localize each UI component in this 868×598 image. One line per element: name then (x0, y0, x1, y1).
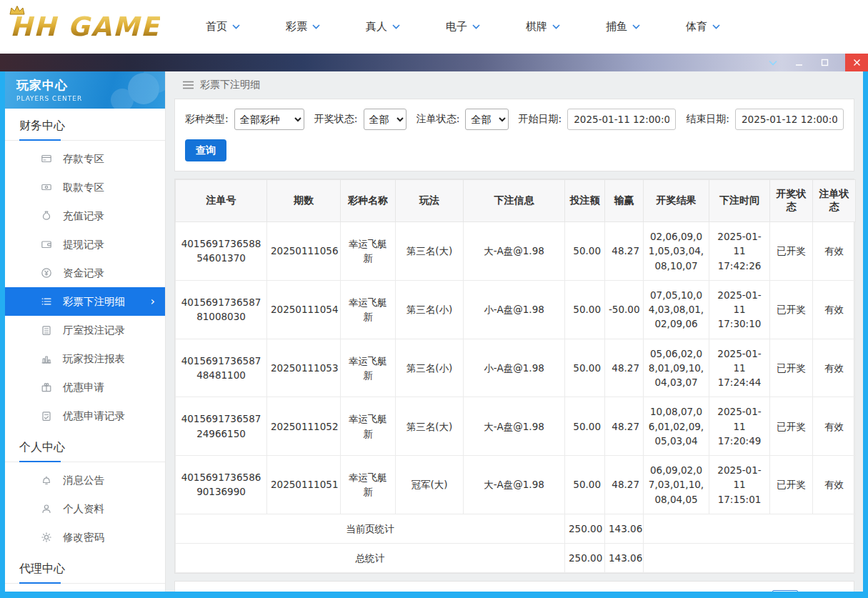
lottery-type-select[interactable]: 全部彩种 (234, 109, 304, 130)
window-minimize-button[interactable] (791, 54, 807, 71)
withdraw-icon (41, 181, 52, 193)
summary-empty-cell (644, 514, 856, 543)
content-area: 玩家中心 PLAYERS CENTER 财务中心存款专区取款专区充值记录提现记录… (0, 71, 868, 598)
table-cell: 48.27 (605, 339, 644, 397)
window-maximize-button[interactable] (817, 54, 832, 71)
sidebar-item[interactable]: 彩票下注明细› (5, 287, 165, 316)
table-cell: 已开奖 (770, 280, 813, 339)
table-cell: 有效 (813, 280, 856, 339)
profile-icon (41, 503, 52, 514)
sidebar-item[interactable]: 资金记录 (5, 259, 165, 287)
chevron-down-icon (769, 60, 777, 66)
sidebar-item[interactable]: 存款专区 (5, 144, 165, 173)
table-cell: 第三名(大) (396, 397, 464, 456)
table-header-cell: 投注额 (565, 180, 605, 222)
close-icon (853, 59, 861, 66)
sidebar-item[interactable]: 玩家投注报表 (5, 344, 165, 373)
player-bet-report-icon (41, 353, 52, 364)
summary-winloss-total: 143.06 (605, 544, 644, 573)
sidebar: 玩家中心 PLAYERS CENTER 财务中心存款专区取款专区充值记录提现记录… (5, 71, 166, 592)
table-cell: 小-A盘@1.98 (464, 280, 565, 339)
sidebar-section-header: 个人中心 (5, 430, 165, 462)
brand-name: HH GAME (10, 11, 160, 42)
sidebar-item[interactable]: 个人资料 (5, 494, 165, 523)
order-status-label: 注单状态: (416, 113, 460, 126)
nav-item-5[interactable]: 棋牌 (526, 20, 560, 34)
sidebar-item[interactable]: 充值记录 (5, 201, 165, 230)
table-cell: 401569173658781008030 (176, 280, 267, 339)
main-panel: 彩票下注明细 彩种类型: 全部彩种 开奖状态: 全部 注单状态: 全部 (166, 71, 863, 592)
sidebar-item[interactable]: 修改密码 (5, 523, 165, 552)
hall-bet-record-icon (41, 324, 52, 336)
table-header-cell: 下注信息 (464, 180, 565, 222)
sidebar-item-label: 优惠申请 (63, 381, 104, 394)
sidebar-item[interactable]: 厅室投注记录 (5, 316, 165, 344)
sidebar-item[interactable]: 提现记录 (5, 230, 165, 259)
table-row: 40156917365869013699020250111051幸运飞艇新冠军(… (176, 456, 856, 514)
nav-item-4[interactable]: 电子 (446, 20, 480, 34)
breadcrumb: 彩票下注明细 (174, 71, 854, 99)
page-title: 彩票下注明细 (200, 79, 260, 91)
chevron-down-icon (632, 24, 640, 29)
draw-status-select[interactable]: 全部 (364, 109, 406, 130)
sidebar-item-label: 提现记录 (63, 238, 104, 251)
table-cell: 48.27 (605, 222, 644, 281)
table-cell: 48.27 (605, 456, 644, 514)
jump-page-input[interactable] (772, 590, 798, 592)
sidebar-subtitle: PLAYERS CENTER (16, 95, 165, 102)
funds-record-icon (41, 267, 52, 279)
nav-item-6[interactable]: 捕鱼 (606, 20, 640, 34)
table-header-cell: 玩法 (396, 180, 464, 222)
chevron-down-icon (472, 24, 480, 29)
nav-item-7[interactable]: 体育 (686, 20, 720, 34)
table-cell: 401569173658690136990 (176, 456, 267, 514)
window-close-button[interactable] (845, 54, 868, 71)
sidebar-item[interactable]: 优惠申请 (5, 373, 165, 402)
summary-label: 当前页统计 (176, 514, 565, 543)
app-window: HH GAME 首页彩票真人电子棋牌捕鱼体育 玩家中心 PLAYERS CENT… (0, 0, 868, 598)
lottery-type-label: 彩种类型: (185, 113, 229, 126)
table-cell: 401569173658748481100 (176, 339, 267, 397)
table-cell: 有效 (813, 222, 856, 281)
brand-logo[interactable]: HH GAME (7, 11, 160, 42)
nav-item-1[interactable]: 首页 (206, 20, 240, 34)
search-button[interactable]: 查询 (185, 139, 226, 161)
table-header-cell: 期数 (267, 180, 341, 222)
sidebar-section-header: 财务中心 (5, 109, 165, 141)
sidebar-item[interactable]: 取款专区 (5, 173, 165, 201)
order-status-select[interactable]: 全部 (465, 109, 508, 130)
bet-table: 注单号期数彩种名称玩法下注信息投注额输赢开奖结果下注时间开奖状态注单状态 401… (175, 179, 856, 573)
sidebar-header: 玩家中心 PLAYERS CENTER (5, 71, 165, 109)
promo-apply-icon (41, 382, 52, 393)
nav-item-2[interactable]: 彩票 (286, 20, 320, 34)
window-chrome-bar (0, 54, 868, 71)
table-cell: 50.00 (565, 456, 605, 514)
password-gear-icon (41, 532, 52, 543)
recharge-record-icon (41, 210, 52, 221)
chevron-down-icon (712, 24, 720, 29)
filter-panel: 彩种类型: 全部彩种 开奖状态: 全部 注单状态: 全部 开始日期: 结束日期: (174, 99, 854, 171)
sidebar-item[interactable]: 消息公告 (5, 466, 165, 494)
nav-item-label: 棋牌 (526, 20, 547, 34)
table-header-cell: 彩种名称 (341, 180, 396, 222)
table-cell: 大-A盘@1.98 (464, 222, 565, 281)
table-cell: 2025-01-11 17:24:44 (709, 339, 770, 397)
start-date-input[interactable] (567, 109, 676, 130)
table-cell: 已开奖 (770, 222, 813, 281)
menu-icon (183, 81, 194, 89)
table-cell: 50.00 (565, 222, 605, 281)
table-cell: 幸运飞艇新 (341, 280, 396, 339)
window-dropdown-button[interactable] (765, 54, 781, 71)
sidebar-item[interactable]: 优惠申请记录 (5, 402, 165, 430)
pagination-bar: 每页显示20条 共5条 首页 上一页 1 下一页 第 页 跳转 (174, 581, 854, 592)
table-cell: 20250111052 (267, 397, 341, 456)
sidebar-item-label: 取款专区 (63, 181, 104, 194)
table-cell: 07,05,10,04,03,08,01,02,09,06 (644, 280, 709, 339)
nav-item-label: 彩票 (286, 20, 307, 34)
end-date-input[interactable] (735, 109, 844, 130)
nav-item-3[interactable]: 真人 (366, 20, 400, 34)
chevron-down-icon (392, 24, 400, 29)
bet-table-card: 注单号期数彩种名称玩法下注信息投注额输赢开奖结果下注时间开奖状态注单状态 401… (174, 179, 854, 574)
table-cell: 50.00 (565, 397, 605, 456)
sidebar-section-header: 代理中心 (5, 552, 165, 584)
